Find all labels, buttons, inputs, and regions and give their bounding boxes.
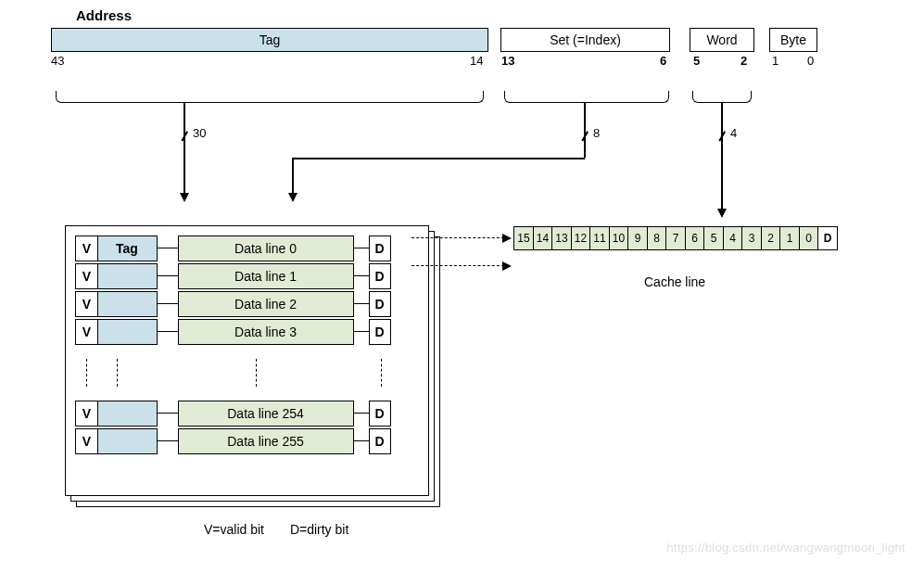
- word-4: 4: [723, 226, 743, 250]
- watermark: https://blog.csdn.net/wangwangmoon_light: [666, 541, 905, 554]
- cache-line-label: Cache line: [644, 274, 705, 289]
- data-line-2: Data line 2: [178, 291, 354, 317]
- dirty-bit: D: [369, 428, 391, 454]
- word-12: 12: [571, 226, 591, 250]
- word-3: 3: [741, 226, 762, 250]
- valid-bit: V: [75, 236, 98, 261]
- tag-cell: [97, 319, 158, 345]
- legend: V=valid bit D=dirty bit: [204, 522, 371, 537]
- byte-field: Byte: [769, 28, 817, 52]
- data-line-3: Data line 3: [178, 319, 354, 345]
- word-7: 7: [665, 226, 686, 250]
- legend-valid: V=valid bit: [204, 522, 264, 537]
- cache-row-1: VData line 1D: [75, 263, 409, 289]
- connector: [158, 303, 178, 304]
- data-line-0: Data line 0: [178, 236, 354, 261]
- word-15: 15: [513, 226, 534, 250]
- word-9: 9: [627, 226, 648, 250]
- set-field: Set (=Index): [500, 28, 670, 52]
- dashed-arrow-1-head: [502, 234, 512, 243]
- cache-row-0: VTagData line 0D: [75, 236, 409, 261]
- word-8: 8: [647, 226, 667, 250]
- cache-line-detail: 15 14 13 12 11 10 9 8 7 6 5 4 3 2 1 0 D: [513, 226, 838, 250]
- dashed-arrow-2: [411, 265, 504, 266]
- width-set: 8: [593, 126, 600, 140]
- dirty-bit: D: [369, 319, 391, 345]
- cache-way-1: VTagData line 0D VData line 1D VData lin…: [65, 225, 429, 496]
- arrow-set-head: [288, 193, 297, 202]
- bit-word-lo: 2: [740, 54, 747, 68]
- arrow-set-v2: [292, 158, 294, 195]
- arrow-tag-head: [180, 193, 189, 202]
- cache-row-255: VData line 255D: [75, 428, 409, 454]
- word-5: 5: [703, 226, 724, 250]
- dirty-bit: D: [369, 291, 391, 317]
- cache-line-dirty: D: [817, 226, 838, 250]
- valid-bit: V: [75, 263, 98, 289]
- word-2: 2: [761, 226, 781, 250]
- tag-cell: [97, 263, 158, 289]
- word-13: 13: [551, 226, 572, 250]
- data-line-1: Data line 1: [178, 263, 354, 289]
- brace-tag: [56, 91, 484, 103]
- width-tag: 30: [193, 126, 206, 140]
- word-6: 6: [685, 226, 705, 250]
- word-11: 11: [589, 226, 610, 250]
- connector: [158, 413, 178, 414]
- word-1: 1: [779, 226, 800, 250]
- dirty-bit: D: [369, 263, 391, 289]
- data-line-255: Data line 255: [178, 428, 354, 454]
- dashed-arrow-1: [411, 237, 504, 238]
- dirty-bit: D: [369, 236, 391, 261]
- connector: [354, 248, 369, 248]
- arrow-set-v1: [584, 102, 586, 158]
- width-word: 4: [730, 126, 737, 140]
- bit-byte-hi: 1: [772, 54, 778, 68]
- valid-bit: V: [75, 401, 98, 427]
- valid-bit: V: [75, 319, 98, 345]
- arrow-word: [721, 102, 723, 210]
- cache-row-254: VData line 254D: [75, 401, 409, 427]
- word-14: 14: [533, 226, 553, 250]
- tag-field: Tag: [51, 28, 488, 52]
- tag-cell: [97, 428, 158, 454]
- valid-bit: V: [75, 291, 98, 317]
- ellipsis: [256, 359, 257, 387]
- connector: [158, 440, 178, 441]
- word-10: 10: [609, 226, 629, 250]
- dashed-arrow-2-head: [502, 261, 512, 271]
- connector: [354, 440, 369, 441]
- connector: [354, 331, 369, 332]
- cache-row-3: VData line 3D: [75, 319, 409, 345]
- bit-byte-lo: 0: [807, 54, 814, 68]
- arrow-tag: [184, 102, 185, 195]
- cache-row-2: VData line 2D: [75, 291, 409, 317]
- dirty-bit: D: [369, 401, 391, 427]
- connector: [354, 275, 369, 276]
- arrow-set-h: [292, 158, 585, 159]
- connector: [158, 331, 178, 332]
- connector: [354, 413, 369, 414]
- ellipsis: [381, 359, 382, 387]
- tag-cell-header: Tag: [97, 236, 158, 261]
- bit-tag-hi: 43: [51, 54, 64, 68]
- data-line-254: Data line 254: [178, 401, 354, 427]
- word-field: Word: [690, 28, 754, 52]
- connector: [158, 248, 178, 248]
- bit-set-lo: 6: [660, 54, 666, 68]
- connector: [158, 275, 178, 276]
- bit-set-hi: 13: [501, 54, 514, 68]
- cache-array: VTagData line 0D VData line 1D VData lin…: [65, 225, 427, 502]
- ellipsis: [86, 359, 87, 387]
- arrow-word-head: [717, 209, 727, 218]
- tag-cell: [97, 291, 158, 317]
- tag-cell: [97, 401, 158, 427]
- ellipsis: [117, 359, 118, 387]
- address-title: Address: [76, 7, 132, 23]
- word-0: 0: [799, 226, 819, 250]
- valid-bit: V: [75, 428, 98, 454]
- bit-word-hi: 5: [693, 54, 700, 68]
- bit-tag-lo: 14: [470, 54, 483, 68]
- brace-set: [504, 91, 669, 103]
- legend-dirty: D=dirty bit: [290, 522, 348, 537]
